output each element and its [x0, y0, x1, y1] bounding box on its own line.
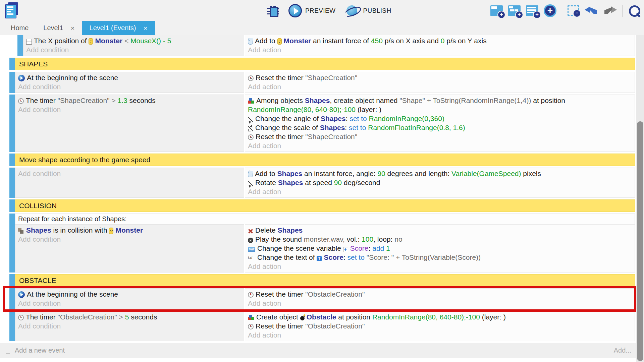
add-action-link[interactable]: Add action — [248, 45, 631, 54]
timer-icon — [248, 134, 254, 140]
add-action-link[interactable]: Add action — [248, 82, 631, 91]
event-color-bar — [9, 274, 15, 287]
action-line[interactable]: Delete Shapes — [248, 226, 631, 235]
conditions-cell[interactable]: At the beginning of the sceneAdd conditi… — [15, 72, 244, 93]
add-more-link[interactable]: Add... — [614, 347, 631, 354]
close-icon[interactable]: × — [70, 24, 74, 32]
actions-cell[interactable]: Add to Monster an instant force of 450 p… — [245, 35, 635, 56]
add-condition-link[interactable]: Add condition — [18, 235, 240, 244]
conditions-cell[interactable]: The X position of Monster < MouseX() - 5… — [23, 35, 244, 56]
add-condition-link[interactable]: Add condition — [18, 169, 240, 178]
add-condition-link[interactable]: Add condition — [26, 45, 240, 54]
conditions-cell[interactable]: The timer "ObstacleCreation" > 5 seconds… — [15, 311, 244, 341]
add-event-icon[interactable] — [490, 5, 503, 16]
action-line[interactable]: Reset the timer "ObstacleCreation" — [248, 321, 631, 330]
remove-selection-icon[interactable] — [568, 5, 579, 16]
preview-label: PREVIEW — [305, 7, 335, 14]
add-condition-link[interactable]: Add condition — [18, 299, 240, 308]
event-color-bar — [9, 214, 15, 273]
event-color-bar — [9, 168, 15, 198]
top-toolbar: PREVIEW PUBLISH — [0, 0, 644, 21]
action-line[interactable]: Add to Monster an instant force of 450 p… — [248, 36, 631, 45]
event-row[interactable]: Repeat for each instance of Shapes:Shape… — [9, 214, 635, 273]
actions-cell[interactable]: Reset the timer "ObstacleCreation"Add ac… — [245, 288, 635, 309]
event-group-header[interactable]: COLLISION — [9, 199, 635, 212]
preview-button[interactable]: PREVIEW — [288, 4, 335, 17]
action-line[interactable]: Play the sound monster.wav, vol.: 100, l… — [248, 235, 631, 244]
tab-bar: HomeLevel1×Level1 (Events)× — [0, 21, 644, 35]
action-line[interactable]: Among objects Shapes, create object name… — [248, 96, 631, 114]
add-comment-icon[interactable] — [526, 5, 538, 16]
add-action-link[interactable]: Add action — [248, 187, 631, 196]
timer-icon — [248, 75, 254, 81]
tab-label: Level1 (Events) — [90, 24, 136, 32]
event-tree-corner — [6, 353, 10, 354]
add-condition-link[interactable]: Add condition — [18, 82, 240, 91]
add-circle-icon[interactable] — [544, 4, 556, 17]
actions-cell[interactable]: Reset the timer "ShapeCreation"Add actio… — [245, 72, 635, 93]
conditions-cell[interactable]: At the beginning of the sceneAdd conditi… — [15, 288, 244, 309]
condition-line[interactable]: The timer "ShapeCreation" > 1.3 seconds — [18, 96, 240, 105]
group-title: SHAPES — [15, 58, 635, 70]
action-line[interactable]: Reset the timer "ShapeCreation" — [248, 132, 631, 141]
add-action-link[interactable]: Add action — [248, 262, 631, 271]
actions-cell[interactable]: Add to Shapes an instant force, angle: 9… — [245, 168, 635, 198]
monster-object-icon — [109, 228, 113, 234]
actions-cell[interactable]: Delete ShapesPlay the sound monster.wav,… — [245, 224, 635, 273]
monster-object-icon — [277, 38, 282, 45]
publish-button[interactable]: PUBLISH — [344, 4, 391, 18]
undo-icon[interactable] — [585, 5, 598, 16]
action-line[interactable]: Change the scene variable Score: add 1 — [248, 244, 631, 253]
tab-level1-events-[interactable]: Level1 (Events)× — [82, 21, 155, 35]
add-condition-link[interactable]: Add condition — [18, 105, 240, 114]
event-row[interactable]: At the beginning of the sceneAdd conditi… — [9, 288, 635, 309]
action-line[interactable]: Change the text of Score: set to "Score:… — [248, 253, 631, 262]
actions-cell[interactable]: Create object Obstacle at position Rando… — [245, 311, 635, 341]
add-action-link[interactable]: Add action — [248, 299, 631, 308]
event-row[interactable]: The timer "ShapeCreation" > 1.3 secondsA… — [9, 95, 635, 152]
actions-cell[interactable]: Among objects Shapes, create object name… — [245, 95, 635, 152]
event-row[interactable]: At the beginning of the sceneAdd conditi… — [9, 72, 635, 93]
foreach-label[interactable]: Repeat for each instance of Shapes: — [15, 214, 635, 224]
conditions-cell[interactable]: The timer "ShapeCreation" > 1.3 secondsA… — [15, 95, 244, 152]
action-line[interactable]: Change the scale of Shapes: set to Rando… — [248, 123, 631, 132]
add-action-link[interactable]: Add action — [248, 141, 631, 150]
project-manager-icon[interactable] — [4, 2, 19, 18]
action-line[interactable]: Add to Shapes an instant force, angle: 9… — [248, 169, 631, 178]
event-row[interactable]: The timer "ObstacleCreation" > 5 seconds… — [9, 311, 635, 341]
event-group-header[interactable]: SHAPES — [9, 58, 635, 70]
add-condition-link[interactable]: Add condition — [18, 321, 240, 330]
action-line[interactable]: Create object Obstacle at position Rando… — [248, 312, 631, 321]
events-list: The X position of Monster < MouseX() - 5… — [0, 35, 644, 341]
group-title: OBSTACLE — [15, 274, 635, 287]
vertical-scrollbar[interactable] — [636, 35, 644, 362]
condition-line[interactable]: At the beginning of the scene — [18, 290, 240, 299]
tab-level1[interactable]: Level1× — [36, 21, 82, 35]
event-group-header[interactable]: Move shape according to the game speed — [9, 154, 635, 166]
action-line[interactable]: Rotate Shapes at speed 90 deg/second — [248, 178, 631, 187]
redo-icon[interactable] — [603, 5, 617, 16]
conditions-cell[interactable]: Shapes is in collision with MonsterAdd c… — [15, 224, 244, 273]
scrollbar-thumb[interactable] — [637, 121, 643, 361]
condition-line[interactable]: At the beginning of the scene — [18, 73, 240, 82]
add-new-event-link[interactable]: Add a new event — [15, 347, 65, 354]
event-row[interactable]: Add conditionAdd to Shapes an instant fo… — [9, 168, 635, 198]
condition-line[interactable]: Shapes is in collision with Monster — [18, 226, 240, 235]
event-color-bar — [9, 154, 15, 166]
action-line[interactable]: Reset the timer "ShapeCreation" — [248, 73, 631, 82]
action-line[interactable]: Change the angle of Shapes: set to Rando… — [248, 114, 631, 123]
close-icon[interactable]: × — [144, 24, 148, 32]
position-icon — [26, 39, 32, 45]
event-group-header[interactable]: OBSTACLE — [9, 274, 635, 287]
conditions-cell[interactable]: Add condition — [15, 168, 244, 198]
debug-icon[interactable] — [267, 5, 280, 17]
event-row[interactable]: The X position of Monster < MouseX() - 5… — [9, 35, 635, 56]
add-subevent-icon[interactable] — [508, 5, 521, 16]
tab-home[interactable]: Home — [3, 21, 36, 35]
condition-line[interactable]: The X position of Monster < MouseX() - 5 — [26, 36, 240, 45]
condition-line[interactable]: The timer "ObstacleCreation" > 5 seconds — [18, 312, 240, 321]
add-action-link[interactable]: Add action — [248, 330, 631, 340]
action-line[interactable]: Reset the timer "ObstacleCreation" — [248, 290, 631, 299]
sound-icon — [248, 238, 253, 243]
search-icon[interactable] — [628, 4, 641, 17]
